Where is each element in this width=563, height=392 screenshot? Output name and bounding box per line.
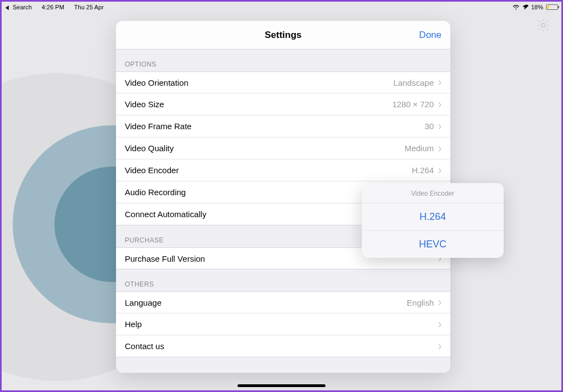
row-label: Audio Recording xyxy=(125,187,186,197)
video-encoder-popover: Video Encoder H.264 HEVC xyxy=(362,183,504,258)
row-label: Language xyxy=(125,298,162,307)
row-value: 30 xyxy=(424,122,434,131)
row-label: Help xyxy=(125,319,142,329)
row-help[interactable]: Help › xyxy=(116,313,450,335)
row-value: 1280 × 720 xyxy=(393,100,434,109)
section-header-options: OPTIONS xyxy=(116,49,450,71)
back-caret-icon[interactable]: ◀ xyxy=(5,4,9,11)
row-label: Video Encoder xyxy=(125,165,179,175)
chevron-right-icon: › xyxy=(438,98,441,111)
row-label: Contact us xyxy=(125,341,164,351)
sheet-header: Settings Done xyxy=(116,21,450,49)
chevron-right-icon: › xyxy=(438,164,441,176)
back-app-label[interactable]: Search xyxy=(13,4,32,10)
popover-option-h264[interactable]: H.264 xyxy=(362,203,504,230)
chevron-right-icon: › xyxy=(438,296,441,308)
chevron-right-icon: › xyxy=(438,340,441,352)
svg-point-0 xyxy=(542,24,545,27)
row-video-frame-rate[interactable]: Video Frame Rate 30 › xyxy=(116,115,450,137)
done-button[interactable]: Done xyxy=(419,21,441,49)
chevron-right-icon: › xyxy=(438,142,441,154)
battery-icon xyxy=(546,4,558,10)
page-title: Settings xyxy=(264,30,301,41)
row-label: Connect Automatically xyxy=(125,209,206,219)
others-group: Language English › Help › Contact us › xyxy=(116,291,450,357)
row-label: Purchase Full Version xyxy=(125,254,205,263)
home-indicator[interactable] xyxy=(238,384,325,387)
row-label: Video Quality xyxy=(125,143,174,153)
popover-title: Video Encoder xyxy=(362,183,504,203)
popover-option-hevc[interactable]: HEVC xyxy=(362,230,504,258)
battery-percent: 18% xyxy=(531,4,543,10)
row-label: Video Size xyxy=(125,100,164,109)
row-video-size[interactable]: Video Size 1280 × 720 › xyxy=(116,93,450,115)
status-time: 4:26 PM xyxy=(42,4,64,10)
chevron-right-icon: › xyxy=(438,120,441,132)
row-video-orientation[interactable]: Video Orientation Landscape › xyxy=(116,71,450,93)
row-video-encoder[interactable]: Video Encoder H.264 › xyxy=(116,159,450,181)
status-bar: ◀ Search 4:26 PM Thu 25 Apr 18% xyxy=(2,2,561,13)
gear-icon[interactable] xyxy=(536,18,550,35)
row-value: Landscape xyxy=(394,78,434,87)
row-contact-us[interactable]: Contact us › xyxy=(116,335,450,357)
chevron-right-icon: › xyxy=(438,76,441,89)
row-label: Video Orientation xyxy=(125,78,189,87)
row-value: H.264 xyxy=(412,165,434,175)
status-date: Thu 25 Apr xyxy=(74,4,104,10)
section-header-others: OTHERS xyxy=(116,269,450,291)
row-value: Medium xyxy=(405,143,434,153)
row-value: English xyxy=(407,298,434,307)
wifi-icon xyxy=(512,4,520,10)
chevron-right-icon: › xyxy=(438,318,441,330)
row-video-quality[interactable]: Video Quality Medium › xyxy=(116,137,450,159)
location-icon xyxy=(522,4,528,10)
row-language[interactable]: Language English › xyxy=(116,291,450,313)
row-label: Video Frame Rate xyxy=(125,122,191,131)
